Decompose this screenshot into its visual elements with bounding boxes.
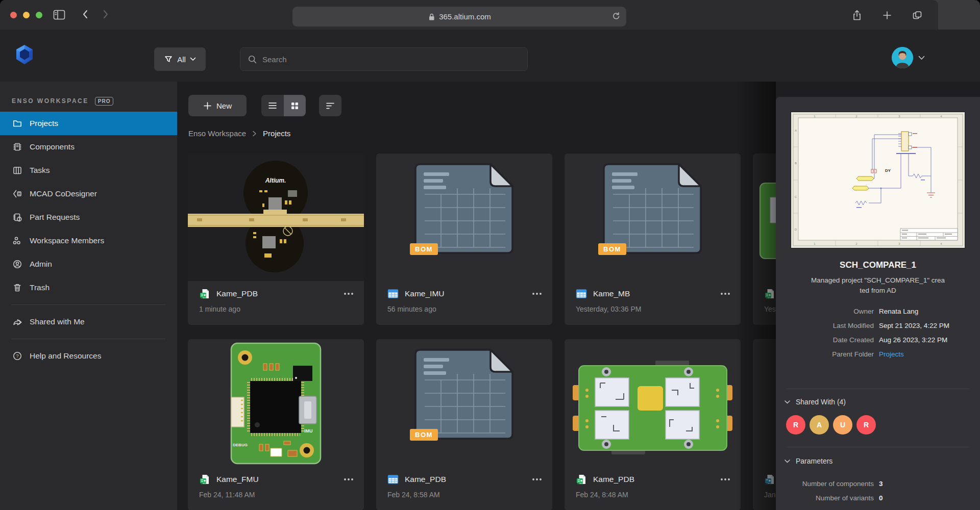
- pcb-square-thumbnail: DEBUG IMU: [188, 339, 364, 467]
- description-line: ted from AD: [776, 286, 980, 296]
- shared-arrow-icon: [12, 316, 23, 327]
- card-modified: Feb 24, 8:48 AM: [576, 491, 628, 499]
- card-menu-icon[interactable]: [532, 478, 542, 481]
- sidebar-item-label: Components: [30, 142, 75, 151]
- sidebar-item-part-requests[interactable]: ? Part Requests: [0, 206, 177, 229]
- breadcrumb: Enso Workspace Projects: [188, 129, 290, 138]
- card-name: Kame_IMU: [405, 289, 445, 298]
- sort-button[interactable]: [319, 95, 341, 116]
- pcb-project-icon: [764, 474, 775, 485]
- chevron-down-icon: [918, 56, 925, 60]
- zoom-window-button[interactable]: [36, 12, 42, 18]
- card-menu-icon[interactable]: [720, 292, 730, 295]
- pcb-project-icon: [764, 288, 775, 299]
- breadcrumb-workspace[interactable]: Enso Workspace: [188, 129, 246, 138]
- breadcrumb-current: Projects: [263, 129, 290, 138]
- list-view-button[interactable]: [261, 95, 284, 116]
- avatar[interactable]: U: [833, 415, 852, 435]
- filter-button[interactable]: All: [154, 47, 206, 71]
- chip-icon: [12, 141, 23, 152]
- project-card[interactable]: BOM Kame_IMU 56 minutes ago: [376, 154, 552, 325]
- parameters-section-header[interactable]: Parameters: [785, 457, 832, 465]
- project-card[interactable]: Kame_PDB Feb 24, 8:48 AM: [565, 339, 741, 510]
- user-avatar[interactable]: [892, 47, 913, 68]
- search-bar[interactable]: [240, 47, 528, 71]
- card-menu-icon[interactable]: [532, 292, 542, 295]
- browser-window: 365.altium.com: [0, 0, 980, 510]
- card-name: Kame_PDB: [405, 475, 446, 484]
- panel-divider: [786, 447, 970, 447]
- card-name: Kame_PDB: [216, 289, 258, 298]
- thumb-imu-label: IMU: [304, 428, 313, 434]
- meta-label: Parent Folder: [786, 350, 874, 358]
- sidebar-item-label: Shared with Me: [30, 317, 85, 326]
- sidebar-divider: [12, 304, 165, 305]
- card-modified: Jan: [764, 491, 776, 499]
- members-icon: [12, 235, 23, 246]
- thumb-debug-label: DEBUG: [233, 443, 248, 447]
- back-icon[interactable]: [81, 9, 90, 20]
- card-modified: 1 minute ago: [199, 305, 240, 313]
- avatar[interactable]: R: [856, 415, 876, 435]
- search-icon: [248, 55, 257, 64]
- sidebar-item-tasks[interactable]: Tasks: [0, 159, 177, 182]
- svg-text:D: D: [795, 228, 797, 231]
- meta-row-date-created: Date Created Aug 26 2023, 3:22 PM: [786, 333, 970, 347]
- search-input[interactable]: [262, 55, 520, 64]
- shared-with-section-header[interactable]: Shared With (4): [785, 398, 846, 406]
- kanban-icon: [12, 165, 23, 176]
- avatar[interactable]: R: [786, 415, 805, 435]
- card-name: Kame_PDB: [593, 475, 634, 484]
- altium-365-logo: [14, 44, 35, 65]
- sidebar-item-mcad-codesigner[interactable]: MCAD CoDesigner: [0, 182, 177, 206]
- sidebar-item-shared-with-me[interactable]: Shared with Me: [0, 310, 177, 334]
- tab-overview-icon[interactable]: [912, 10, 923, 21]
- bom-badge: BOM: [410, 429, 438, 441]
- new-button[interactable]: New: [188, 95, 247, 116]
- new-tab-icon[interactable]: [882, 10, 892, 20]
- trash-icon: [12, 282, 23, 293]
- sort-icon: [326, 102, 335, 110]
- folder-icon: [12, 118, 23, 129]
- forward-icon[interactable]: [101, 9, 110, 20]
- parent-folder-link[interactable]: Projects: [879, 350, 904, 358]
- svg-text:?: ?: [16, 353, 18, 359]
- minimize-window-button[interactable]: [23, 12, 30, 18]
- grid-view-button[interactable]: [284, 95, 306, 116]
- project-title: SCH_COMPARE_1: [776, 260, 980, 270]
- pcb-project-icon: [199, 474, 210, 485]
- reload-icon[interactable]: [611, 11, 621, 21]
- card-menu-icon[interactable]: [344, 292, 354, 295]
- project-card[interactable]: BOM Kame_PDB Feb 24, 8:58 AM: [376, 339, 552, 510]
- project-card[interactable]: DEBUG IMU Kame_FMU Feb 24,: [188, 339, 364, 510]
- thumb-altium-label: Altium.: [265, 177, 286, 184]
- schematic-preview[interactable]: 1234 1234 ABCD: [791, 112, 965, 248]
- bom-document-thumbnail: [565, 154, 741, 281]
- avatar[interactable]: A: [810, 415, 829, 435]
- svg-text:A: A: [795, 129, 797, 132]
- pro-badge: PRO: [95, 97, 114, 106]
- sidebar-item-trash[interactable]: Trash: [0, 276, 177, 299]
- share-icon[interactable]: [851, 9, 863, 21]
- sidebar-item-components[interactable]: Components: [0, 135, 177, 159]
- card-footer: Kame_PDB Feb 24, 8:58 AM: [376, 467, 552, 510]
- param-label: Number of components: [786, 480, 874, 488]
- project-card[interactable]: BOM Kame_MB Yesterday, 03:36 PM: [565, 154, 741, 325]
- meta-row-owner: Owner Renata Lang: [786, 304, 970, 318]
- view-toggle: [261, 95, 306, 116]
- svg-text:?: ?: [18, 217, 20, 221]
- browser-toolbar: 365.altium.com: [0, 0, 938, 30]
- sidebar-item-help[interactable]: ? Help and Resources: [0, 344, 177, 368]
- user-menu[interactable]: [892, 47, 925, 68]
- sidebar-item-workspace-members[interactable]: Workspace Members: [0, 229, 177, 252]
- sidebar-toggle-icon[interactable]: [53, 10, 65, 20]
- param-value: 3: [879, 480, 883, 488]
- project-card[interactable]: Altium. Kame_PDB 1 minute ago: [188, 154, 364, 325]
- close-window-button[interactable]: [10, 12, 17, 18]
- sidebar-item-admin[interactable]: Admin: [0, 252, 177, 276]
- address-bar[interactable]: 365.altium.com: [292, 7, 626, 27]
- card-menu-icon[interactable]: [720, 478, 730, 481]
- table-icon: [387, 288, 399, 299]
- sidebar-item-projects[interactable]: Projects: [0, 112, 177, 135]
- card-menu-icon[interactable]: [344, 478, 354, 481]
